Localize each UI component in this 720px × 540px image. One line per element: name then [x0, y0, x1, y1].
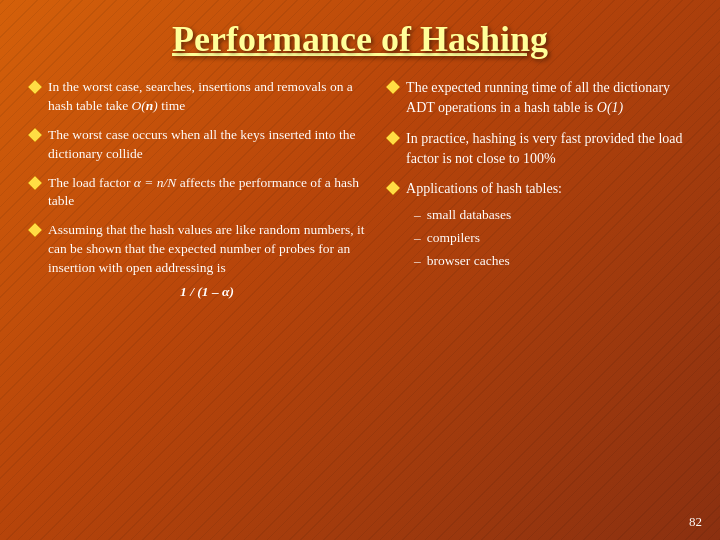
list-item: – small databases: [414, 205, 692, 225]
bullet-icon: [386, 80, 400, 94]
list-item: The worst case occurs when all the keys …: [28, 126, 366, 164]
slide: Performance of Hashing In the worst case…: [0, 0, 720, 540]
dash-icon: –: [414, 251, 421, 271]
list-item: – compilers: [414, 228, 692, 248]
bullet-text: Applications of hash tables: – small dat…: [406, 179, 692, 273]
math-expression: O(1): [597, 100, 623, 115]
list-item: The load factor α = n/N affects the perf…: [28, 174, 366, 212]
bullet-icon: [28, 176, 42, 190]
formula: 1 / (1 – α): [48, 283, 366, 302]
bullet-icon: [28, 80, 42, 94]
right-column: The expected running time of all the dic…: [386, 78, 692, 312]
bullet-text: The load factor α = n/N affects the perf…: [48, 174, 366, 212]
svg-marker-6: [386, 181, 400, 195]
list-item: The expected running time of all the dic…: [386, 78, 692, 119]
bullet-text: The expected running time of all the dic…: [406, 78, 692, 119]
page-number: 82: [689, 514, 702, 530]
list-item: In the worst case, searches, insertions …: [28, 78, 366, 116]
bullet-text: The worst case occurs when all the keys …: [48, 126, 366, 164]
bullet-icon: [28, 128, 42, 142]
math-expression: α = n/N: [134, 175, 176, 190]
sub-bullet-text: browser caches: [427, 251, 510, 271]
bullet-icon: [28, 223, 42, 237]
svg-marker-1: [28, 128, 42, 142]
list-item: Assuming that the hash values are like r…: [28, 221, 366, 302]
dash-icon: –: [414, 228, 421, 248]
bullet-text: In the worst case, searches, insertions …: [48, 78, 366, 116]
svg-marker-4: [386, 80, 400, 94]
bullet-icon: [386, 131, 400, 145]
svg-marker-0: [28, 80, 42, 94]
svg-marker-2: [28, 176, 42, 190]
bullet-icon: [386, 181, 400, 195]
bullet-text: Assuming that the hash values are like r…: [48, 221, 366, 302]
list-item: – browser caches: [414, 251, 692, 271]
sub-bullet-list: – small databases – compilers – browser …: [414, 205, 692, 270]
bullet-text: In practice, hashing is very fast provid…: [406, 129, 692, 170]
dash-icon: –: [414, 205, 421, 225]
sub-bullet-text: small databases: [427, 205, 511, 225]
math-expression: O(n): [132, 98, 158, 113]
list-item: In practice, hashing is very fast provid…: [386, 129, 692, 170]
sub-bullet-text: compilers: [427, 228, 480, 248]
left-column: In the worst case, searches, insertions …: [28, 78, 366, 312]
content-area: In the worst case, searches, insertions …: [28, 78, 692, 312]
list-item: Applications of hash tables: – small dat…: [386, 179, 692, 273]
svg-marker-5: [386, 131, 400, 145]
svg-marker-3: [28, 223, 42, 237]
slide-title: Performance of Hashing: [28, 18, 692, 60]
